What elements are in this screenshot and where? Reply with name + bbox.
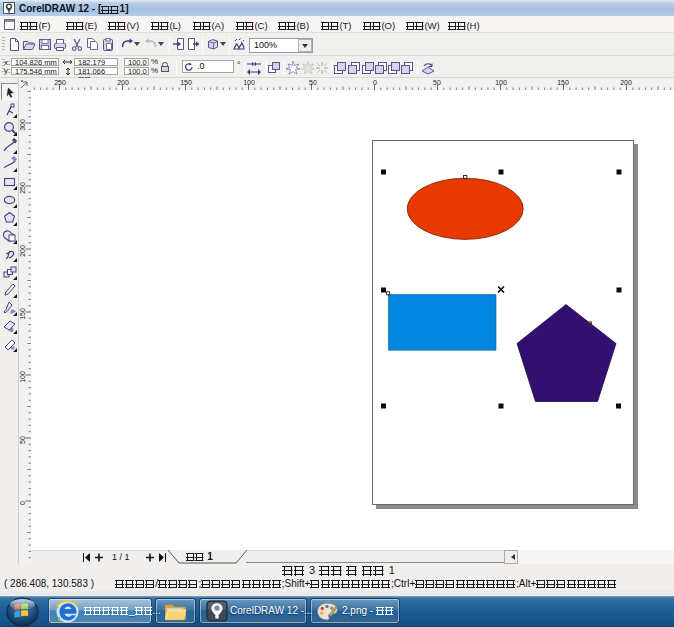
svg-text:50: 50 (19, 436, 26, 444)
svg-text:150: 150 (180, 79, 192, 86)
svg-text:250: 250 (19, 182, 26, 194)
svg-text:0: 0 (19, 501, 26, 505)
svg-text:200: 200 (19, 245, 26, 257)
svg-text:150: 150 (19, 308, 26, 320)
svg-text:50: 50 (309, 79, 317, 86)
svg-text:200: 200 (117, 79, 129, 86)
svg-text:100: 100 (19, 371, 26, 383)
svg-text:50: 50 (433, 79, 441, 86)
svg-text:250: 250 (54, 79, 66, 86)
svg-text:100: 100 (243, 79, 255, 86)
svg-text:100: 100 (495, 79, 507, 86)
svg-text:300: 300 (19, 119, 26, 131)
svg-text:200: 200 (620, 79, 632, 86)
svg-text:150: 150 (557, 79, 569, 86)
svg-text:0: 0 (373, 79, 377, 86)
